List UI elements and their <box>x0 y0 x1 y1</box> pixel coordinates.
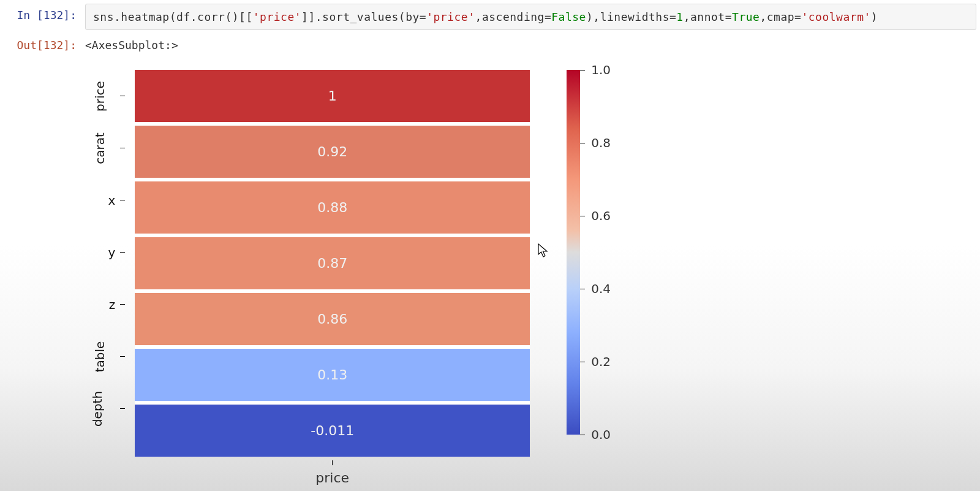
heatmap-annotation: 0.92 <box>317 144 347 159</box>
heatmap-annotation: 0.86 <box>317 311 347 327</box>
colorbar: 1.00.80.60.40.20.0 <box>567 70 617 435</box>
y-axis-label: table <box>80 330 125 383</box>
colorbar-tick: 0.8 <box>580 135 611 150</box>
code-frag: ]].sort_values(by= <box>301 10 426 23</box>
heatmap-figure: pricecaratxyztabledepth 10.920.880.870.8… <box>80 70 980 485</box>
heatmap-annotation: 0.87 <box>317 256 347 271</box>
x-axis-label: price <box>315 470 349 485</box>
colorbar-tick: 1.0 <box>580 63 611 77</box>
code-keyword: True <box>732 10 760 23</box>
y-axis-label: y <box>80 226 125 278</box>
code-number: 1 <box>676 10 683 23</box>
y-axis-label: z <box>80 278 125 330</box>
out-text: <AxesSubplot:> <box>85 36 178 51</box>
colorbar-tick: 0.4 <box>580 281 611 296</box>
heatmap-annotation: 1 <box>328 88 337 104</box>
y-axis-label: carat <box>80 122 125 174</box>
jupyter-output-cell: Out[132]: <AxesSubplot:> <box>0 30 980 51</box>
y-axis-label: depth <box>80 383 125 435</box>
code-frag: ),linewidths= <box>586 10 676 23</box>
x-axis-label-row: price <box>135 460 530 485</box>
code-string: 'price' <box>426 10 475 23</box>
x-tick <box>332 460 333 465</box>
heatmap-annotation: 0.88 <box>317 200 347 215</box>
code-frag: ,cmap= <box>760 10 801 23</box>
heatmap-cell: -0.011 <box>135 401 530 457</box>
code-keyword: False <box>551 10 586 23</box>
heatmap-cell: 0.86 <box>135 289 530 345</box>
heatmap-cell: 1 <box>135 70 530 122</box>
code-frag: ) <box>871 10 878 23</box>
code-string: 'price' <box>253 10 301 23</box>
heatmap-cell: 0.88 <box>135 178 530 234</box>
colorbar-ticks: 1.00.80.60.40.20.0 <box>580 70 617 435</box>
heatmap-cell: 0.92 <box>135 122 530 178</box>
colorbar-tick: 0.0 <box>580 427 611 442</box>
code-string: 'coolwarm' <box>801 10 870 23</box>
colorbar-tick: 0.2 <box>580 354 611 369</box>
code-frag: ,ascending= <box>475 10 552 23</box>
jupyter-input-cell: In [132]: sns.heatmap(df.corr()[['price'… <box>0 0 980 30</box>
heatmap-cell: 0.13 <box>135 345 530 401</box>
code-frag: ,annot= <box>684 10 732 23</box>
code-frag: sns.heatmap(df.corr()[[ <box>93 10 253 23</box>
heatmap-annotation: 0.13 <box>317 367 347 383</box>
heatmap-grid: 10.920.880.870.860.13-0.011 <box>135 70 530 457</box>
y-axis-labels: pricecaratxyztabledepth <box>80 70 125 435</box>
in-prompt: In [132]: <box>6 4 85 21</box>
out-prompt: Out[132]: <box>6 36 85 51</box>
colorbar-gradient <box>567 70 580 435</box>
y-axis-label: x <box>80 174 125 226</box>
colorbar-tick: 0.6 <box>580 208 611 223</box>
y-axis-label: price <box>80 70 125 122</box>
heatmap-cell: 0.87 <box>135 234 530 289</box>
code-input[interactable]: sns.heatmap(df.corr()[['price']].sort_va… <box>85 4 976 30</box>
heatmap-annotation: -0.011 <box>311 423 354 438</box>
